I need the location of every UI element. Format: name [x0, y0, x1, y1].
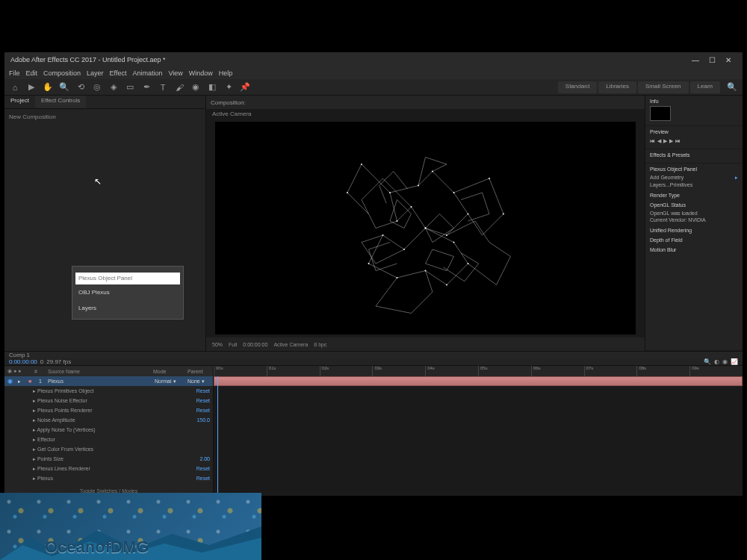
popup-item-obj[interactable]: OBJ Plexus — [75, 284, 180, 300]
layer-property[interactable]: ▸ Apply Noise To (Vertices) — [4, 425, 213, 435]
svg-point-17 — [489, 178, 490, 179]
popup-item-layers[interactable]: Layers — [75, 300, 180, 316]
search-icon[interactable]: 🔍 — [726, 81, 738, 93]
col-parent: Parent — [187, 369, 210, 374]
rotate-tool-icon[interactable]: ⟲ — [75, 81, 87, 93]
workspace-libraries[interactable]: Libraries — [598, 81, 636, 93]
camera-tool-icon[interactable]: ◎ — [91, 81, 103, 93]
roto-tool-icon[interactable]: ✦ — [223, 81, 235, 93]
text-tool-icon[interactable]: T — [157, 81, 169, 93]
svg-point-11 — [368, 263, 370, 264]
info-panel-header[interactable]: Info — [650, 99, 738, 104]
layer-property[interactable]: ▸ Noise Amplitude150.0 — [4, 415, 213, 425]
preview-panel-header[interactable]: Preview — [650, 129, 738, 134]
maximize-button[interactable]: ☐ — [704, 54, 720, 66]
next-frame-icon[interactable]: ▶ — [669, 138, 673, 144]
menu-help[interactable]: Help — [219, 69, 233, 77]
composition-viewer[interactable] — [215, 122, 636, 335]
timeline-timecode[interactable]: 0:00:00:00 — [9, 358, 37, 365]
timeline-fps: 29.97 fps — [46, 358, 71, 365]
svg-point-0 — [424, 227, 426, 228]
svg-point-8 — [446, 234, 447, 236]
ruler-tick: 00s — [214, 366, 223, 376]
tl-graph-icon[interactable]: 📈 — [731, 358, 738, 365]
layer-property[interactable]: ▸ Effector — [4, 435, 213, 444]
color-depth[interactable]: 8 bpc — [314, 342, 326, 347]
svg-point-12 — [397, 277, 398, 279]
zoom-dropdown[interactable]: 50% — [212, 342, 223, 347]
layer-duration-bar[interactable] — [214, 376, 743, 386]
layer-primitives-row[interactable]: Layers...Primitives — [650, 181, 738, 188]
project-tab[interactable]: Project — [4, 96, 35, 108]
resolution-dropdown[interactable]: Full — [229, 342, 237, 347]
timeline-tracks[interactable]: 00s01s02s03s04s05s06s07s08s09s — [214, 366, 743, 496]
timeline-layers: ◉ ● ● # Source Name Mode Parent ◉▸■1Plex… — [4, 366, 214, 496]
brush-tool-icon[interactable]: 🖌 — [173, 81, 185, 93]
add-geometry-button[interactable]: Add Geometry — [650, 175, 684, 181]
zoom-tool-icon[interactable]: 🔍 — [58, 81, 70, 93]
last-frame-icon[interactable]: ⏭ — [675, 138, 681, 144]
watermark-text: OceanofDMG — [45, 538, 149, 557]
timeline-ruler[interactable]: 00s01s02s03s04s05s06s07s08s09s — [214, 366, 743, 376]
menu-window[interactable]: Window — [189, 69, 213, 77]
svg-point-18 — [503, 214, 504, 215]
toolbar: ⌂ ▶ ✋ 🔍 ⟲ ◎ ◈ ▭ ✒ T 🖌 ◉ ◧ ✦ 📌 Standard L… — [4, 79, 743, 96]
layer-property[interactable]: ▸ Plexus Points RendererReset — [4, 405, 213, 415]
plexus-panel-header[interactable]: Plexus Object Panel — [650, 167, 738, 172]
hand-tool-icon[interactable]: ✋ — [42, 81, 54, 93]
svg-point-13 — [425, 270, 427, 272]
play-icon[interactable]: ▶ — [663, 138, 667, 144]
minimize-button[interactable]: — — [687, 54, 704, 66]
layer-property[interactable]: ▸ Plexus Primitives ObjectReset — [4, 386, 213, 396]
layer-row[interactable]: ◉▸■1PlexusNormal ▾None ▾ — [4, 376, 213, 386]
clone-tool-icon[interactable]: ◉ — [190, 81, 202, 93]
layer-property[interactable]: ▸ PlexusReset — [4, 473, 213, 483]
pen-tool-icon[interactable]: ✒ — [140, 81, 152, 93]
workspace-small[interactable]: Small Screen — [638, 81, 689, 93]
workspace-standard[interactable]: Standard — [558, 81, 597, 93]
workspace-learn[interactable]: Learn — [690, 81, 720, 93]
layer-property[interactable]: ▸ Plexus Noise EffectorReset — [4, 396, 213, 405]
gpu-status-2: Current Vendor: NVIDIA — [650, 217, 738, 223]
tl-search-icon[interactable]: 🔍 — [704, 358, 711, 365]
menu-animation[interactable]: Animation — [132, 69, 162, 77]
pan-behind-tool-icon[interactable]: ◈ — [108, 81, 120, 93]
unified-header: Unified Rendering — [650, 228, 738, 233]
svg-point-19 — [361, 164, 362, 165]
playhead[interactable] — [217, 376, 218, 496]
rect-tool-icon[interactable]: ▭ — [124, 81, 136, 93]
comp-tab-label[interactable]: Composition: — [211, 99, 246, 106]
layer-property[interactable]: ▸ Points Size2.00 — [4, 454, 213, 464]
close-button[interactable]: ✕ — [720, 54, 737, 66]
effects-panel-header[interactable]: Effects & Presets — [650, 152, 738, 158]
active-camera-dropdown[interactable]: Active Camera — [273, 342, 308, 347]
menu-file[interactable]: File — [9, 69, 20, 77]
layer-property[interactable]: ▸ Get Color From Vertices — [4, 444, 213, 454]
search-input[interactable] — [75, 273, 180, 284]
eraser-tool-icon[interactable]: ◧ — [206, 81, 218, 93]
tl-shy-icon[interactable]: ◐ — [714, 358, 719, 365]
plus-icon[interactable]: ▸ — [735, 175, 738, 181]
prev-frame-icon[interactable]: ◀ — [657, 138, 661, 144]
tl-motionblur-icon[interactable]: ◉ — [722, 358, 728, 365]
timeline-tab[interactable]: Comp 1 — [9, 352, 30, 358]
new-comp-label: New Composition — [9, 113, 201, 120]
svg-point-9 — [403, 249, 405, 250]
timeline-panel: Comp 1 0:00:00:00 0 29.97 fps 🔍 ◐ ◉ 📈 ◉ … — [4, 351, 743, 493]
titlebar: Adobe After Effects CC 2017 - Untitled P… — [4, 52, 743, 67]
timecode-display[interactable]: 0:00:00:00 — [243, 342, 267, 347]
puppet-tool-icon[interactable]: 📌 — [239, 81, 251, 93]
effect-controls-tab[interactable]: Effect Controls — [35, 96, 86, 108]
selection-tool-icon[interactable]: ▶ — [25, 81, 37, 93]
watermark-banner: OceanofDMG — [0, 493, 261, 560]
menu-view[interactable]: View — [168, 69, 182, 77]
menu-edit[interactable]: Edit — [26, 69, 38, 77]
menu-layer[interactable]: Layer — [87, 69, 104, 77]
ruler-tick: 03s — [372, 366, 382, 376]
first-frame-icon[interactable]: ⏮ — [650, 138, 655, 144]
layer-property[interactable]: ▸ Plexus Lines RendererReset — [4, 464, 213, 473]
menu-effect[interactable]: Effect — [110, 69, 127, 77]
menubar: File Edit Composition Layer Effect Anima… — [4, 67, 743, 79]
home-icon[interactable]: ⌂ — [9, 81, 21, 93]
menu-composition[interactable]: Composition — [43, 69, 81, 77]
